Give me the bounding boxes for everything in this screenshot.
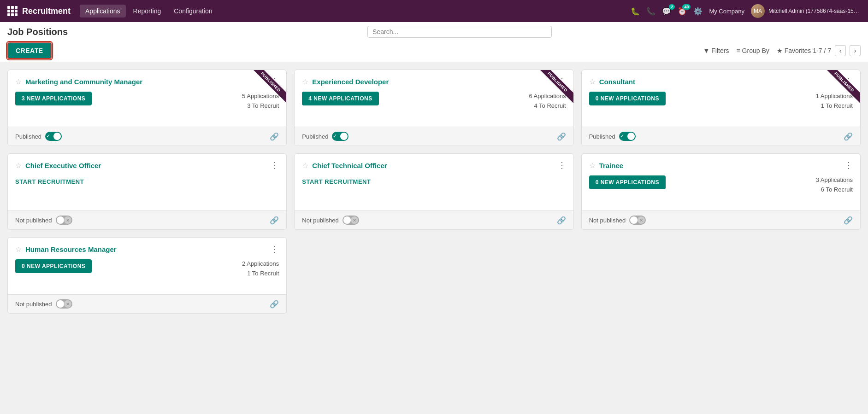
toggle-x: ✕ [64, 216, 71, 224]
favorite-star-consultant[interactable]: ☆ [589, 77, 596, 86]
publish-status-label-cto: Not published [302, 217, 339, 224]
more-menu-ceo[interactable]: ⋮ [271, 161, 279, 169]
bug-icon[interactable]: 🐛 [631, 7, 640, 16]
card-title-cto[interactable]: Chief Technical Officer [312, 162, 387, 169]
new-applications-button-trainee[interactable]: 0 NEW APPLICATIONS [589, 175, 666, 189]
job-card-grid: PUBLISHED☆Marketing and Community Manage… [7, 70, 861, 314]
start-recruitment-button-cto[interactable]: START RECRUITMENT [302, 175, 371, 188]
chat-badge: 2 [669, 4, 675, 10]
card-stats-developer: 6 Applications4 To Recruit [529, 92, 566, 111]
more-menu-trainee[interactable]: ⋮ [844, 161, 853, 169]
publish-status-label-consultant: Published [589, 133, 615, 140]
favorite-star-ceo[interactable]: ☆ [15, 161, 22, 170]
card-left-cto: START RECRUITMENT [302, 175, 371, 188]
favorites-button[interactable]: ★ Favorites [777, 47, 811, 54]
external-link-icon-marketing[interactable]: 🔗 [270, 132, 279, 141]
search-input[interactable] [372, 28, 547, 35]
more-menu-consultant[interactable]: ⋮ [844, 77, 853, 86]
publish-toggle-developer: Published✓ [302, 132, 348, 141]
favorite-star-developer[interactable]: ☆ [302, 77, 308, 86]
search-bar[interactable] [367, 26, 552, 38]
card-left-developer: 4 NEW APPLICATIONS [302, 92, 378, 109]
card-title-trainee[interactable]: Trainee [599, 162, 624, 169]
card-content-cto: START RECRUITMENT [302, 175, 566, 203]
publish-switch-ceo[interactable]: ✕ [56, 216, 72, 225]
card-footer-trainee: Not published✕🔗 [582, 210, 860, 229]
new-applications-button-consultant[interactable]: 0 NEW APPLICATIONS [589, 92, 666, 105]
prev-page-button[interactable]: ‹ [835, 45, 846, 56]
card-left-hr-manager: 0 NEW APPLICATIONS [15, 259, 92, 277]
toggle-x: ✕ [351, 216, 358, 224]
card-title-developer[interactable]: Experienced Developer [312, 78, 389, 86]
applications-count-developer: 6 Applications [529, 92, 566, 101]
more-menu-hr-manager[interactable]: ⋮ [271, 245, 279, 253]
new-applications-button-marketing[interactable]: 3 NEW APPLICATIONS [15, 92, 92, 105]
group-by-button[interactable]: ≡ Group By [736, 47, 769, 54]
phone-icon[interactable]: 📞 [646, 7, 655, 16]
card-title-ceo[interactable]: Chief Executive Officer [25, 162, 101, 169]
groupby-icon: ≡ [736, 47, 740, 54]
start-recruitment-button-ceo[interactable]: START RECRUITMENT [15, 175, 84, 188]
card-body-consultant: PUBLISHED☆Consultant⋮0 NEW APPLICATIONS1… [582, 70, 860, 127]
toggle-x: ✕ [64, 300, 71, 308]
favorite-star-hr-manager[interactable]: ☆ [15, 245, 22, 254]
publish-switch-trainee[interactable]: ✕ [629, 216, 646, 225]
card-footer-consultant: Published✓🔗 [582, 127, 860, 146]
menu-reporting[interactable]: Reporting [128, 5, 167, 17]
card-stats-consultant: 1 Applications1 To Recruit [816, 92, 853, 111]
chat-icon[interactable]: 💬 2 [662, 7, 671, 16]
star-icon: ★ [777, 47, 783, 54]
publish-switch-marketing[interactable]: ✓ [45, 132, 62, 141]
external-link-icon-hr-manager[interactable]: 🔗 [270, 300, 279, 309]
create-button[interactable]: CREATE [7, 42, 52, 59]
activity-icon[interactable]: ⏰ 40 [678, 7, 687, 16]
next-page-button[interactable]: › [850, 45, 861, 56]
apps-grid-icon[interactable] [7, 6, 18, 16]
menu-configuration[interactable]: Configuration [168, 5, 218, 17]
settings-icon[interactable]: ⚙️ [693, 7, 703, 16]
more-menu-developer[interactable]: ⋮ [558, 77, 566, 86]
topnav-icons: 🐛 📞 💬 2 ⏰ 40 ⚙️ My Company MA Mitchell A… [631, 4, 861, 18]
to-recruit-count-trainee: 6 To Recruit [816, 185, 853, 195]
favorite-star-marketing[interactable]: ☆ [15, 77, 22, 86]
card-content-hr-manager: 0 NEW APPLICATIONS2 Applications1 To Rec… [15, 259, 279, 287]
job-card-ceo: ☆Chief Executive Officer⋮START RECRUITME… [7, 153, 287, 230]
menu-applications[interactable]: Applications [80, 5, 126, 17]
publish-status-label-ceo: Not published [15, 217, 52, 224]
publish-switch-consultant[interactable]: ✓ [619, 132, 636, 141]
page-header: Job Positions CREATE ▼ Filters ≡ Group B… [0, 22, 868, 62]
card-body-marketing: PUBLISHED☆Marketing and Community Manage… [8, 70, 286, 127]
app-brand[interactable]: Recruitment [7, 6, 71, 16]
card-title-row-ceo: ☆Chief Executive Officer [15, 161, 101, 170]
more-menu-marketing[interactable]: ⋮ [271, 77, 279, 86]
card-title-marketing[interactable]: Marketing and Community Manager [25, 78, 142, 86]
card-header-ceo: ☆Chief Executive Officer⋮ [15, 161, 279, 170]
card-left-ceo: START RECRUITMENT [15, 175, 84, 188]
favorite-star-cto[interactable]: ☆ [302, 161, 308, 170]
external-link-icon-developer[interactable]: 🔗 [557, 132, 566, 141]
publish-switch-hr-manager[interactable]: ✕ [56, 299, 72, 309]
publish-toggle-cto: Not published✕ [302, 216, 359, 225]
user-menu[interactable]: MA Mitchell Admin (17758674-saas-15-2-al… [751, 4, 861, 18]
card-header-developer: ☆Experienced Developer⋮ [302, 77, 566, 86]
card-content-ceo: START RECRUITMENT [15, 175, 279, 203]
filters-button[interactable]: ▼ Filters [703, 47, 729, 54]
external-link-icon-cto[interactable]: 🔗 [557, 216, 566, 225]
more-menu-cto[interactable]: ⋮ [558, 161, 566, 169]
card-title-consultant[interactable]: Consultant [599, 78, 635, 86]
new-applications-button-developer[interactable]: 4 NEW APPLICATIONS [302, 92, 378, 105]
publish-switch-cto[interactable]: ✕ [342, 216, 359, 225]
card-footer-marketing: Published✓🔗 [8, 127, 286, 146]
card-header-trainee: ☆Trainee⋮ [589, 161, 853, 170]
publish-switch-developer[interactable]: ✓ [332, 132, 348, 141]
new-applications-button-hr-manager[interactable]: 0 NEW APPLICATIONS [15, 259, 92, 273]
card-title-hr-manager[interactable]: Human Resources Manager [25, 245, 117, 253]
card-title-row-marketing: ☆Marketing and Community Manager [15, 77, 142, 86]
card-footer-developer: Published✓🔗 [295, 127, 573, 146]
external-link-icon-trainee[interactable]: 🔗 [844, 216, 853, 225]
external-link-icon-consultant[interactable]: 🔗 [844, 132, 853, 141]
company-name[interactable]: My Company [709, 8, 744, 15]
toggle-check: ✓ [620, 133, 624, 139]
external-link-icon-ceo[interactable]: 🔗 [270, 216, 279, 225]
favorite-star-trainee[interactable]: ☆ [589, 161, 596, 170]
